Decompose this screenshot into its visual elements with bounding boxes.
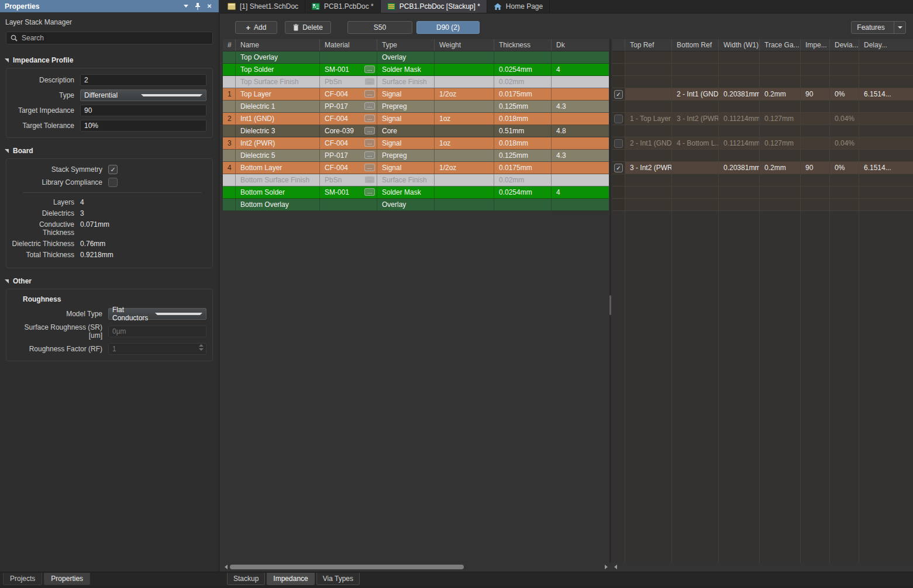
impedance-row[interactable]: ✓3 - Int2 (PWR)0.20381mm0.2mm900%6.1514.… (612, 162, 913, 174)
delete-button[interactable]: Delete (285, 21, 331, 34)
tab-projects[interactable]: Projects (3, 573, 42, 585)
column-header[interactable]: Devia... (830, 39, 859, 51)
material-cell (320, 51, 377, 64)
tab-sheet1-schdoc[interactable]: [1] Sheet1.SchDoc (221, 0, 305, 13)
column-header[interactable] (612, 39, 625, 51)
stackup-row[interactable]: Bottom Surface FinishPbSn…Surface Finish… (223, 174, 609, 186)
scrollbar-track[interactable] (618, 563, 913, 570)
scrollbar-thumb[interactable] (230, 565, 464, 569)
column-header[interactable]: Dk (552, 39, 609, 51)
splitter-thumb[interactable] (609, 295, 611, 315)
column-header[interactable]: Name (236, 39, 320, 51)
column-header[interactable]: Weight (435, 39, 494, 51)
stackup-horizontal-scrollbar[interactable] (223, 563, 609, 570)
stack-symmetry-checkbox[interactable]: ✓ (108, 165, 118, 174)
stackup-row[interactable]: Bottom OverlayOverlay (223, 199, 609, 211)
material-picker-button[interactable]: … (364, 102, 375, 110)
impedance-row[interactable] (612, 186, 913, 199)
impedance-row[interactable] (612, 174, 913, 186)
width-cell (719, 186, 760, 199)
spinner-buttons (199, 344, 204, 351)
column-header[interactable]: Thickness (494, 39, 552, 51)
column-header[interactable]: Top Ref (625, 39, 672, 51)
enable-checkbox[interactable] (614, 115, 623, 123)
chevron-down-icon (898, 26, 902, 29)
enable-checkbox[interactable]: ✓ (614, 164, 623, 172)
stackup-row[interactable]: 3Int2 (PWR)CF-004…Signal1oz0.018mm (223, 137, 609, 150)
material-picker-button[interactable]: … (364, 90, 375, 98)
search-input[interactable] (22, 34, 208, 42)
material-picker-button[interactable]: … (364, 164, 375, 171)
tab-impedance[interactable]: Impedance (267, 573, 314, 585)
profile-s50-button[interactable]: S50 (347, 21, 412, 34)
impedance-row[interactable] (612, 51, 913, 64)
tab-home-page[interactable]: Home Page (487, 0, 550, 13)
impedance-row[interactable]: 2 - Int1 (GND)4 - Bottom L...0.11214mm0.… (612, 137, 913, 150)
scroll-left-icon[interactable] (612, 563, 618, 570)
enable-checkbox[interactable] (614, 139, 623, 148)
impedance-row[interactable] (612, 150, 913, 162)
material-picker-button[interactable]: … (364, 127, 375, 134)
column-header[interactable]: Bottom Ref (672, 39, 719, 51)
material-picker-button[interactable]: … (364, 65, 375, 73)
description-field[interactable] (80, 74, 206, 86)
material-picker-button[interactable]: … (364, 188, 375, 196)
section-impedance-profile[interactable]: Impedance Profile (5, 56, 214, 64)
scroll-left-icon[interactable] (223, 563, 229, 570)
impedance-row[interactable] (612, 125, 913, 137)
stackup-row[interactable]: Top SolderSM-001…Solder Mask0.0254mm4 (223, 64, 609, 76)
impedance-horizontal-scrollbar[interactable] (612, 563, 913, 570)
section-board[interactable]: Board (5, 147, 214, 155)
tab-via-types[interactable]: Via Types (316, 573, 360, 585)
impedance-row[interactable] (612, 199, 913, 211)
stackup-row[interactable]: 4Bottom LayerCF-004…Signal1/2oz0.0175mm (223, 162, 609, 174)
column-header[interactable]: Impe... (801, 39, 830, 51)
add-button[interactable]: + Add (235, 21, 277, 34)
material-picker-button[interactable]: … (364, 139, 375, 147)
close-icon[interactable]: ✕ (205, 2, 214, 11)
impedance-row[interactable]: ✓2 - Int1 (GND)0.20381mm0.2mm900%6.1514.… (612, 88, 913, 101)
enable-checkbox[interactable]: ✓ (614, 90, 623, 99)
material-picker-button[interactable]: … (364, 176, 375, 184)
scrollbar-track[interactable] (229, 563, 603, 570)
stackup-row[interactable]: Top OverlayOverlay (223, 51, 609, 64)
column-header[interactable]: Delay... (859, 39, 913, 51)
type-dropdown[interactable]: Differential (80, 89, 206, 101)
pin-icon[interactable] (193, 2, 202, 11)
impedance-row[interactable]: 1 - Top Layer3 - Int2 (PWR)0.11214mm0.12… (612, 113, 913, 125)
table-splitter[interactable] (609, 39, 611, 563)
column-header[interactable]: Width (W1) (719, 39, 760, 51)
impedance-row[interactable] (612, 101, 913, 113)
impedance-row[interactable] (612, 76, 913, 88)
stackup-row[interactable]: Dielectric 5PP-017…Prepreg0.125mm4.3 (223, 150, 609, 162)
stackup-row[interactable]: Top Surface FinishPbSn…Surface Finish0.0… (223, 76, 609, 88)
material-picker-button[interactable]: … (364, 115, 375, 122)
column-header[interactable]: # (223, 39, 236, 51)
tab-pcb1-pcbdoc[interactable]: PCB1.PcbDoc * (305, 0, 381, 13)
stackup-row[interactable]: 1Top LayerCF-004…Signal1/2oz0.0175mm (223, 88, 609, 101)
profile-d90-button[interactable]: D90 (2) (416, 21, 480, 34)
stackup-row[interactable]: Dielectric 3Core-039…Core0.51mm4.8 (223, 125, 609, 137)
section-other[interactable]: Other (5, 277, 214, 285)
material-picker-button[interactable]: … (364, 151, 375, 159)
stackup-row[interactable]: Bottom SolderSM-001…Solder Mask0.0254mm4 (223, 186, 609, 199)
column-header[interactable]: Trace Ga... (760, 39, 801, 51)
impedance-row[interactable] (612, 64, 913, 76)
tab-stackup[interactable]: Stackup (227, 573, 265, 585)
stackup-row[interactable]: 2Int1 (GND)CF-004…Signal1oz0.018mm (223, 113, 609, 125)
target-tolerance-field[interactable] (80, 120, 206, 132)
panel-menu-button[interactable] (181, 2, 191, 11)
target-impedance-field[interactable] (80, 105, 206, 116)
features-dropdown-arrow[interactable] (894, 22, 905, 33)
search-box[interactable] (6, 32, 213, 44)
stackup-row[interactable]: Dielectric 1PP-017…Prepreg0.125mm4.3 (223, 101, 609, 113)
column-header[interactable]: Material (320, 39, 377, 51)
column-header[interactable]: Type (377, 39, 435, 51)
material-picker-button[interactable]: … (364, 78, 375, 85)
features-button[interactable]: Features (851, 21, 906, 34)
tab-pcb1-pcbdoc-stackup[interactable]: PCB1.PcbDoc [Stackup] * (381, 0, 487, 13)
scroll-right-icon[interactable] (603, 563, 609, 570)
library-compliance-checkbox[interactable] (108, 178, 118, 187)
tab-properties[interactable]: Properties (44, 573, 90, 585)
model-type-dropdown[interactable]: Flat Conductors (108, 308, 206, 320)
